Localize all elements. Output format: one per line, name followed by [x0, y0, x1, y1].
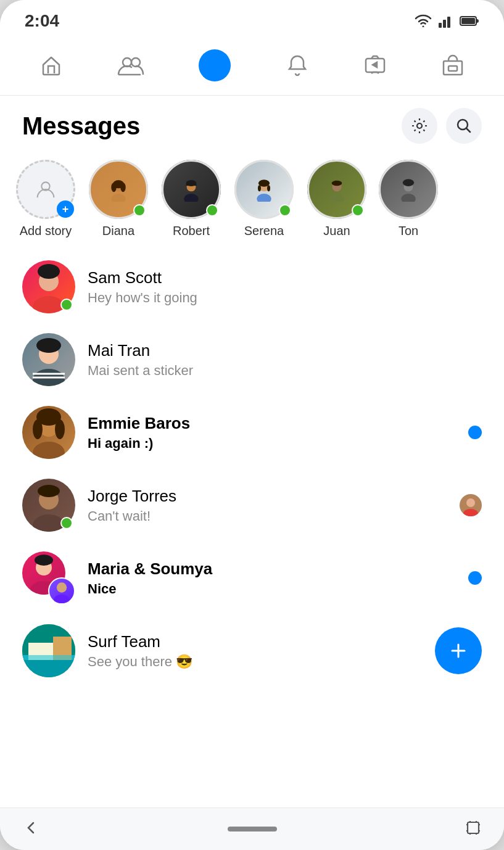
emmie-preview: Hi again :): [88, 435, 468, 452]
jorge-name: Jorge Torres: [88, 487, 460, 506]
status-time: 2:04: [25, 11, 59, 31]
maria-soumya-name: Maria & Soumya: [88, 559, 468, 579]
svg-point-48: [38, 485, 60, 497]
serena-label: Serena: [244, 224, 284, 238]
svg-point-44: [33, 419, 43, 439]
svg-point-49: [466, 498, 475, 507]
serena-online-indicator: [279, 204, 291, 217]
story-juan[interactable]: Juan: [306, 160, 368, 238]
jorge-message-content: Jorge Torres Can't wait!: [88, 487, 460, 524]
back-button[interactable]: [22, 819, 39, 839]
story-serena[interactable]: Serena: [233, 160, 295, 238]
mai-preview: Mai sent a sticker: [88, 363, 482, 379]
svg-rect-4: [461, 18, 475, 24]
person-icon: [33, 177, 58, 202]
message-item-sam-scott[interactable]: Sam Scott Hey how's it going: [0, 250, 504, 323]
watch-icon: [363, 54, 387, 77]
nav-item-watch[interactable]: [353, 50, 397, 81]
home-icon: [39, 54, 63, 77]
page-title: Messages: [22, 112, 140, 140]
message-item-surf-team[interactable]: Surf Team See you there 😎: [0, 614, 504, 687]
svg-point-54: [57, 582, 67, 592]
rotate-icon: [465, 819, 482, 836]
emmie-name: Emmie Baros: [88, 414, 468, 433]
diana-label: Diana: [102, 224, 134, 238]
story-ton[interactable]: Ton: [379, 160, 438, 238]
rotate-button[interactable]: [465, 819, 482, 839]
nav-item-shop[interactable]: [431, 50, 474, 81]
surf-team-message-content: Surf Team See you there 😎: [88, 632, 435, 670]
header: Messages: [0, 96, 504, 150]
signal-icon: [439, 14, 453, 28]
maria-soumya-avatar: [22, 551, 75, 604]
nav-item-people[interactable]: [107, 50, 154, 81]
new-message-fab[interactable]: [435, 627, 482, 674]
search-icon: [455, 117, 473, 134]
story-add-story[interactable]: + Add story: [15, 160, 76, 238]
nav-bar: [0, 37, 504, 96]
juan-label: Juan: [323, 224, 350, 238]
message-list: Sam Scott Hey how's it going: [0, 244, 504, 807]
sam-message-content: Sam Scott Hey how's it going: [88, 268, 482, 306]
svg-point-42: [33, 442, 65, 459]
header-actions: [402, 108, 482, 144]
sam-name: Sam Scott: [88, 268, 482, 287]
battery-icon: [460, 15, 479, 27]
settings-button[interactable]: [402, 108, 437, 144]
robert-online-indicator: [206, 204, 218, 217]
nav-item-notifications[interactable]: [276, 50, 319, 81]
back-icon: [22, 819, 39, 836]
story-robert[interactable]: Robert: [160, 160, 222, 238]
phone-frame: 2:04: [0, 0, 504, 850]
sam-preview: Hey how's it going: [88, 290, 482, 306]
svg-point-35: [38, 264, 60, 279]
svg-point-53: [35, 555, 53, 566]
bottom-nav: [0, 807, 504, 850]
message-item-mai-tran[interactable]: Mai Tran Mai sent a sticker: [0, 323, 504, 396]
svg-rect-1: [443, 20, 446, 28]
diana-online-indicator: [133, 204, 146, 217]
ton-label: Ton: [399, 224, 418, 238]
nav-item-messenger[interactable]: [189, 46, 241, 85]
mai-message-content: Mai Tran Mai sent a sticker: [88, 341, 482, 379]
svg-point-10: [417, 123, 422, 128]
plus-icon: [447, 640, 469, 662]
svg-rect-63: [468, 822, 479, 833]
svg-point-45: [55, 419, 65, 439]
jorge-reply-avatar: [460, 494, 482, 516]
maria-soumya-unread-indicator: [468, 571, 482, 585]
surf-team-name: Surf Team: [88, 632, 435, 651]
wifi-icon: [414, 14, 432, 28]
story-label: Add story: [20, 224, 72, 238]
status-bar: 2:04: [0, 0, 504, 37]
home-pill[interactable]: [228, 827, 277, 831]
svg-rect-60: [22, 655, 75, 660]
message-item-emmie-baros[interactable]: Emmie Baros Hi again :): [0, 396, 504, 469]
people-icon: [117, 54, 144, 77]
gear-icon: [411, 117, 428, 134]
svg-rect-9: [448, 66, 457, 71]
search-button[interactable]: [446, 108, 482, 144]
robert-label: Robert: [173, 224, 210, 238]
add-story-btn[interactable]: +: [57, 200, 74, 218]
jorge-preview: Can't wait!: [88, 508, 460, 524]
sam-online-indicator: [60, 299, 73, 311]
message-item-jorge-torres[interactable]: Jorge Torres Can't wait!: [0, 469, 504, 542]
story-diana[interactable]: Diana: [88, 160, 149, 238]
status-icons: [414, 14, 479, 28]
jorge-online-indicator: [60, 517, 73, 529]
maria-soumya-preview: Nice: [88, 581, 468, 597]
emmie-message-content: Emmie Baros Hi again :): [88, 414, 468, 452]
svg-rect-8: [444, 61, 462, 75]
shop-icon: [441, 54, 465, 77]
maria-soumya-message-content: Maria & Soumya Nice: [88, 559, 468, 597]
juan-online-indicator: [352, 204, 364, 217]
mai-name: Mai Tran: [88, 341, 482, 360]
svg-point-55: [54, 594, 69, 604]
svg-point-40: [36, 338, 61, 353]
svg-rect-0: [439, 23, 442, 28]
message-item-maria-soumya[interactable]: Maria & Soumya Nice: [0, 542, 504, 614]
emmie-unread-indicator: [468, 426, 482, 439]
svg-point-50: [463, 509, 478, 516]
nav-item-home[interactable]: [30, 50, 73, 81]
